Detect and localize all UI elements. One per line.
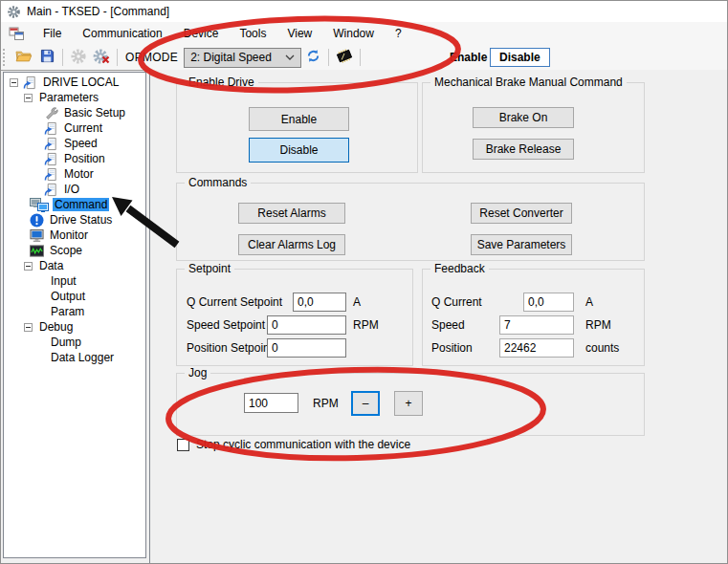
tree-item-label[interactable]: Position (62, 152, 107, 165)
tree-item-param[interactable]: Param (4, 304, 145, 319)
tree-item-input[interactable]: Input (4, 273, 145, 289)
reset-alarms-button[interactable]: Reset Alarms (238, 203, 345, 224)
feedback-group: Feedback Q Current 0,0 A Speed 7 RPM Pos… (422, 269, 645, 366)
menu-bar: File Communication Device Tools View Win… (1, 22, 727, 46)
collapse-expander-icon[interactable] (10, 78, 18, 87)
page-icon (44, 183, 59, 197)
clear-alarms-log-button[interactable]: Clear Alarms Log (238, 234, 345, 255)
menu-tools[interactable]: Tools (229, 24, 276, 43)
speed-feedback-unit: RPM (585, 315, 611, 335)
tree-item-label[interactable]: DRIVE LOCAL (41, 76, 121, 89)
tree-item-drive-status[interactable]: Drive Status (4, 212, 145, 228)
tree-item-label[interactable]: Drive Status (48, 213, 114, 227)
settings-error-button[interactable] (90, 47, 113, 68)
save-parameters-button[interactable]: Save Parameters (471, 234, 572, 255)
tree-item-label[interactable]: Basic Setup (62, 106, 127, 119)
mdi-child-icon[interactable] (9, 27, 25, 41)
menu-communication[interactable]: Communication (72, 24, 172, 43)
tree-item-label[interactable]: Scope (48, 244, 84, 257)
position-feedback-value: 22462 (499, 338, 574, 358)
jog-speed-input[interactable] (244, 393, 298, 413)
enable-drive-group-title: Enable Drive (185, 76, 258, 89)
opmode-combobox[interactable]: 2: Digital Speed (184, 48, 301, 68)
brake-release-button[interactable]: Brake Release (473, 139, 574, 160)
tree-item-io[interactable]: I/O (4, 182, 145, 197)
position-setpoint-input[interactable] (267, 338, 346, 358)
jog-group-title: Jog (185, 366, 210, 380)
tree-item-speed[interactable]: Speed (4, 136, 145, 151)
tree-item-label[interactable]: Data (37, 259, 65, 272)
stop-cyclic-checkbox[interactable] (177, 439, 189, 451)
collapse-expander-icon[interactable] (24, 262, 33, 271)
collapse-expander-icon[interactable] (24, 94, 33, 102)
q-current-setpoint-input[interactable] (293, 293, 346, 312)
tree-item-dump[interactable]: Dump (4, 335, 145, 350)
tree-item-label[interactable]: Debug (37, 320, 75, 334)
enable-button[interactable]: Enable (249, 107, 349, 131)
tree-item-motor[interactable]: Motor (4, 166, 145, 182)
tree-item-parameters[interactable]: Parameters (4, 90, 145, 105)
tree-item-label[interactable]: Motor (62, 167, 96, 181)
tree-item-output[interactable]: Output (4, 289, 145, 304)
toolbar-separator (117, 49, 118, 66)
tree-item-label[interactable]: Output (49, 290, 87, 303)
opmode-selected-value: 2: Digital Speed (185, 51, 285, 64)
tree-item-label[interactable]: Monitor (48, 228, 90, 242)
tree-item-monitor[interactable]: Monitor (4, 228, 145, 243)
menu-device[interactable]: Device (173, 24, 230, 43)
jog-unit-label: RPM (313, 394, 339, 413)
q-current-feedback-unit: A (585, 293, 593, 312)
page-icon (23, 76, 38, 90)
stop-cyclic-label: Stop cyclic communication with the devic… (196, 438, 410, 451)
toolbar-disable-toggle[interactable]: Disable (490, 48, 550, 67)
menu-view[interactable]: View (276, 24, 322, 43)
tree-item-label[interactable]: I/O (62, 183, 81, 196)
tree-item-label[interactable]: Data Logger (49, 351, 116, 364)
refresh-icon (306, 49, 320, 66)
eeprom-chip-icon (335, 48, 354, 67)
tree-item-data[interactable]: Data (4, 258, 145, 273)
tree-item-command[interactable]: Command (4, 197, 145, 212)
jog-group: Jog RPM – + (176, 373, 645, 436)
save-button[interactable] (35, 47, 58, 68)
exclamation-status-icon (30, 213, 45, 228)
tree-item-debug[interactable]: Debug (4, 319, 145, 335)
monitor-icon (30, 228, 45, 243)
chevron-down-icon (285, 54, 295, 60)
menu-file[interactable]: File (33, 24, 72, 43)
tree-item-label[interactable]: Dump (49, 336, 83, 349)
tree-item-label[interactable]: Speed (62, 137, 99, 150)
reset-converter-button[interactable]: Reset Converter (471, 203, 572, 224)
eeprom-button[interactable] (333, 47, 356, 68)
disable-button[interactable]: Disable (249, 138, 349, 163)
refresh-button[interactable] (301, 47, 324, 68)
q-current-feedback-value: 0,0 (523, 293, 574, 312)
tree-item-label[interactable]: Param (49, 305, 86, 318)
app-window: Main - TKSED - [Command] File Communicat… (0, 0, 728, 564)
tree-item-label[interactable]: Command (53, 198, 109, 211)
tree-item-scope[interactable]: Scope (4, 243, 145, 258)
tree-item-drive-local[interactable]: DRIVE LOCAL (4, 75, 145, 90)
tree-item-position[interactable]: Position (4, 151, 145, 166)
jog-minus-button[interactable]: – (351, 391, 380, 416)
tree-item-label[interactable]: Current (62, 121, 104, 135)
speed-setpoint-input[interactable] (267, 315, 346, 335)
q-current-setpoint-unit: A (353, 293, 361, 312)
tree-item-data-logger[interactable]: Data Logger (4, 350, 145, 365)
open-button[interactable] (12, 47, 35, 68)
brake-on-button[interactable]: Brake On (473, 107, 574, 128)
tree-item-basic-setup[interactable]: Basic Setup (4, 105, 145, 120)
jog-plus-button[interactable]: + (394, 391, 423, 416)
tree-item-label[interactable]: Input (49, 274, 78, 288)
app-icon (7, 5, 21, 19)
menu-help[interactable]: ? (385, 24, 412, 43)
collapse-expander-icon[interactable] (24, 323, 33, 332)
tree-item-label[interactable]: Parameters (37, 91, 100, 104)
tree-item-current[interactable]: Current (4, 120, 145, 136)
settings-button-disabled[interactable] (67, 47, 90, 68)
menu-window[interactable]: Window (322, 24, 385, 43)
toolbar-enable-button[interactable]: Enable (446, 49, 491, 66)
toolbar-grip[interactable] (3, 49, 8, 66)
position-feedback-unit: counts (585, 338, 619, 358)
title-bar: Main - TKSED - [Command] (1, 1, 727, 22)
